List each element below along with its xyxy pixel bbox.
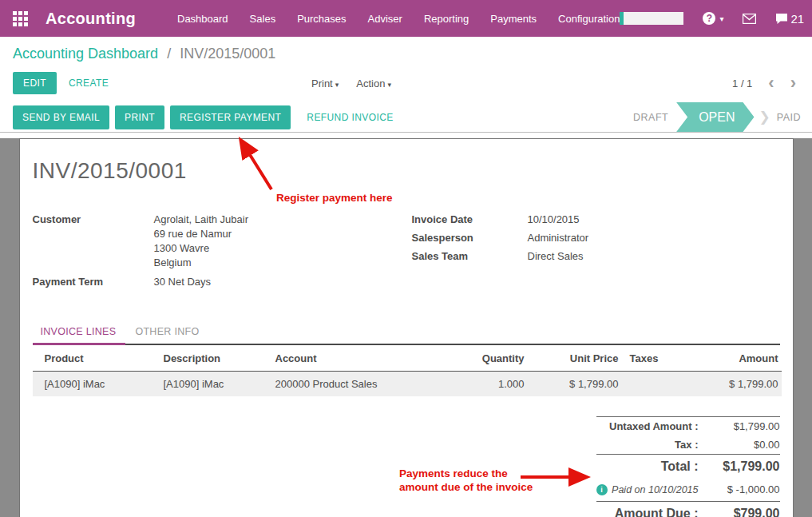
- invoice-date-label: Invoice Date: [412, 213, 528, 227]
- notebook-tabs: INVOICE LINES OTHER INFO: [33, 321, 780, 345]
- page: Accounting Dashboard Sales Purchases Adv…: [0, 0, 812, 517]
- info-left-column: Customer Agrolait, Laith Jubair 69 rue d…: [33, 213, 412, 289]
- main-menu: Dashboard Sales Purchases Adviser Report…: [177, 13, 620, 25]
- invoice-lines-table: Product Description Account Quantity Uni…: [33, 345, 782, 396]
- invoice-info: Customer Agrolait, Laith Jubair 69 rue d…: [33, 213, 780, 289]
- chevron-right-icon[interactable]: ›: [790, 75, 796, 91]
- chevron-down-icon: ▾: [719, 14, 723, 23]
- customer-address-line: 1300 Wavre: [154, 241, 412, 256]
- refund-invoice-button[interactable]: REFUND INVOICE: [307, 112, 393, 123]
- table-header-row: Product Description Account Quantity Uni…: [33, 345, 782, 372]
- customer-link[interactable]: Agrolait, Laith Jubair: [154, 213, 249, 227]
- customer-address-line: Belgium: [154, 256, 412, 270]
- total-value: $1,799.00: [707, 459, 780, 474]
- breadcrumb: Accounting Dashboard / INV/2015/0001: [13, 46, 799, 62]
- register-payment-button[interactable]: REGISTER PAYMENT: [170, 105, 291, 129]
- send-by-email-button[interactable]: SEND BY EMAIL: [13, 105, 109, 129]
- col-product: Product: [33, 345, 160, 372]
- menu-item-reporting[interactable]: Reporting: [424, 13, 469, 25]
- messages-count: 21: [790, 12, 804, 26]
- record-pager: 1 / 1 ‹ ›: [732, 75, 796, 91]
- salesperson-label: Salesperson: [412, 231, 528, 245]
- help-icon: ?: [703, 12, 715, 25]
- print-dropdown[interactable]: Print▾: [311, 78, 339, 89]
- state-paid[interactable]: PAID: [777, 112, 801, 123]
- tab-invoice-lines[interactable]: INVOICE LINES: [33, 321, 126, 344]
- create-button[interactable]: CREATE: [69, 78, 109, 89]
- untaxed-amount-value: $1,799.00: [707, 420, 780, 432]
- info-right-column: Invoice Date 10/10/2015 Salesperson Admi…: [412, 213, 780, 289]
- col-amount: Amount: [662, 345, 782, 372]
- cell-account: 200000 Product Sales: [272, 372, 464, 397]
- session-indicator: [620, 12, 683, 25]
- annotation-payments-line2: amount due of the invoice: [399, 480, 533, 494]
- cell-description: [A1090] iMac: [160, 372, 272, 397]
- state-widget: DRAFT OPEN ❯ PAID: [633, 102, 812, 132]
- tax-label: Tax :: [596, 439, 707, 451]
- view-header: Accounting Dashboard / INV/2015/0001 EDI…: [0, 37, 812, 102]
- menu-item-configuration[interactable]: Configuration: [558, 13, 620, 25]
- invoice-date-value: 10/10/2015: [528, 213, 580, 227]
- total-label: Total :: [596, 459, 707, 474]
- col-quantity: Quantity: [464, 345, 528, 372]
- paid-amount-value: $ -1,000.00: [707, 483, 780, 495]
- menu-item-dashboard[interactable]: Dashboard: [177, 13, 228, 25]
- menu-item-payments[interactable]: Payments: [490, 13, 537, 25]
- payment-term-label: Payment Term: [33, 275, 154, 289]
- info-icon[interactable]: i: [596, 484, 608, 495]
- action-dropdown[interactable]: Action▾: [356, 78, 391, 89]
- customer-address-line: 69 rue de Namur: [154, 227, 412, 241]
- navbar-right: ? ▾ 21: [620, 12, 804, 26]
- customer-label: Customer: [33, 213, 154, 227]
- envelope-icon[interactable]: [743, 14, 756, 24]
- chevron-right-icon: ❯: [759, 109, 770, 125]
- cell-product: [A1090] iMac: [33, 372, 160, 397]
- chevron-down-icon: ▾: [387, 81, 391, 89]
- sales-team-label: Sales Team: [412, 249, 528, 264]
- amount-due-value: $799.00: [707, 507, 780, 517]
- apps-grid-icon[interactable]: [13, 11, 28, 26]
- edit-button[interactable]: EDIT: [13, 72, 57, 94]
- statusbar: SEND BY EMAIL PRINT REGISTER PAYMENT REF…: [0, 102, 812, 133]
- menu-item-adviser[interactable]: Adviser: [368, 13, 402, 25]
- print-button[interactable]: PRINT: [115, 105, 164, 129]
- salesperson-link[interactable]: Administrator: [528, 231, 589, 245]
- annotation-payments-note: Payments reduce the amount due of the in…: [399, 467, 533, 494]
- chevron-down-icon: ▾: [335, 81, 339, 89]
- sales-team-link[interactable]: Direct Sales: [528, 249, 584, 264]
- menu-item-sales[interactable]: Sales: [250, 13, 276, 25]
- cell-amount: $ 1,799.00: [662, 372, 782, 397]
- app-title[interactable]: Accounting: [46, 10, 136, 28]
- tab-other-info[interactable]: OTHER INFO: [125, 321, 208, 344]
- annotation-register-payment: Register payment here: [276, 191, 393, 205]
- control-row: EDIT CREATE Print▾ Action▾ 1 / 1 ‹ ›: [13, 73, 799, 93]
- breadcrumb-separator: /: [167, 46, 171, 62]
- form-background: INV/2015/0001 Customer Agrolait, Laith J…: [0, 138, 812, 517]
- state-draft[interactable]: DRAFT: [633, 112, 668, 123]
- table-row[interactable]: [A1090] iMac [A1090] iMac 200000 Product…: [33, 372, 782, 397]
- breadcrumb-current: INV/2015/0001: [180, 46, 275, 62]
- payment-term-link[interactable]: 30 Net Days: [154, 275, 212, 289]
- col-unit-price: Unit Price: [528, 345, 622, 372]
- annotation-payments-line1: Payments reduce the: [399, 467, 533, 480]
- tax-value: $0.00: [707, 439, 780, 451]
- col-description: Description: [160, 345, 272, 372]
- action-dropdowns: Print▾ Action▾: [311, 78, 391, 89]
- col-account: Account: [272, 345, 464, 372]
- chevron-left-icon[interactable]: ‹: [768, 75, 774, 91]
- cell-quantity: 1.000: [464, 372, 528, 397]
- state-open-active[interactable]: OPEN: [676, 102, 754, 132]
- pager-count: 1 / 1: [732, 78, 752, 89]
- cell-unit-price: $ 1,799.00: [528, 372, 622, 397]
- untaxed-amount-label: Untaxed Amount :: [596, 420, 707, 432]
- invoice-number-title: INV/2015/0001: [33, 158, 780, 184]
- menu-item-purchases[interactable]: Purchases: [297, 13, 346, 25]
- cell-taxes: [622, 372, 662, 397]
- help-menu[interactable]: ? ▾: [703, 12, 723, 25]
- messages-indicator[interactable]: 21: [775, 12, 804, 26]
- paid-on-label: Paid on 10/10/2015: [608, 484, 707, 495]
- col-taxes: Taxes: [622, 345, 662, 372]
- totals-block: Untaxed Amount : $1,799.00 Tax : $0.00 T…: [596, 416, 780, 517]
- breadcrumb-parent-link[interactable]: Accounting Dashboard: [13, 46, 158, 62]
- invoice-sheet: INV/2015/0001 Customer Agrolait, Laith J…: [19, 138, 794, 517]
